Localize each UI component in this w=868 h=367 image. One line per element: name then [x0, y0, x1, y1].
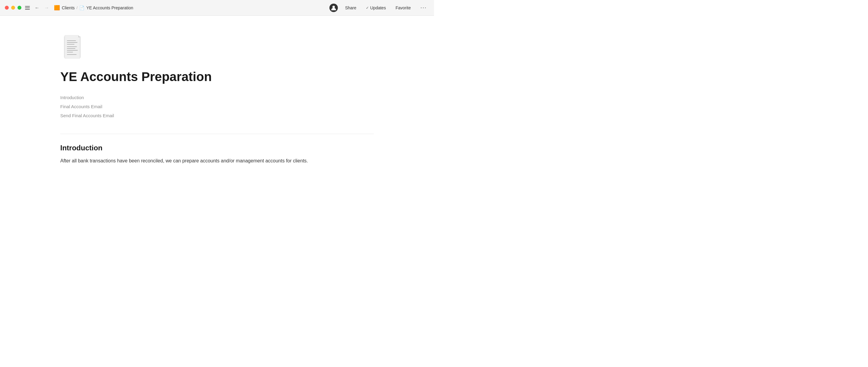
svg-rect-4 — [67, 44, 74, 44]
fullscreen-button[interactable] — [18, 6, 22, 10]
clients-icon: 🟧 — [54, 5, 60, 10]
svg-rect-5 — [67, 47, 77, 47]
breadcrumb-parent-label[interactable]: Clients — [62, 5, 75, 10]
close-button[interactable] — [5, 6, 9, 10]
breadcrumb-current-label: YE Accounts Preparation — [86, 5, 133, 10]
main-content: YE Accounts Preparation Introduction Fin… — [0, 16, 434, 183]
svg-point-0 — [333, 6, 335, 8]
table-of-contents: Introduction Final Accounts Email Send F… — [60, 94, 374, 119]
svg-rect-3 — [67, 42, 78, 43]
svg-rect-6 — [67, 48, 75, 49]
section-introduction-title: Introduction — [60, 144, 374, 152]
share-button[interactable]: Share — [343, 4, 359, 11]
breadcrumb: 🟧 Clients / 📄 YE Accounts Preparation — [54, 5, 133, 10]
svg-rect-8 — [67, 52, 73, 53]
document-page-icon — [60, 34, 84, 61]
breadcrumb-current: 📄 YE Accounts Preparation — [79, 5, 133, 10]
content-divider — [60, 134, 374, 134]
toc-item-introduction[interactable]: Introduction — [60, 94, 374, 101]
toc-item-final-accounts-email[interactable]: Final Accounts Email — [60, 103, 374, 110]
svg-rect-9 — [67, 54, 76, 55]
forward-button[interactable]: → — [43, 4, 50, 11]
check-icon: ✓ — [366, 6, 369, 10]
favorite-label: Favorite — [396, 5, 411, 10]
titlebar-right: Share ✓ Updates Favorite ··· — [330, 0, 429, 16]
svg-rect-2 — [67, 40, 76, 41]
breadcrumb-separator: / — [76, 5, 78, 10]
page-icon — [60, 34, 374, 62]
menu-icon[interactable] — [25, 6, 30, 10]
back-button[interactable]: ← — [33, 4, 41, 11]
share-label: Share — [345, 5, 356, 10]
toc-item-send-final-accounts-email[interactable]: Send Final Accounts Email — [60, 112, 374, 119]
page-title: YE Accounts Preparation — [60, 69, 374, 84]
svg-rect-7 — [67, 50, 78, 51]
nav-buttons: ← → — [33, 4, 50, 11]
more-options-button[interactable]: ··· — [418, 3, 429, 12]
breadcrumb-clients[interactable]: 🟧 Clients — [54, 5, 75, 10]
updates-button[interactable]: ✓ Updates — [364, 4, 388, 11]
updates-label: Updates — [370, 5, 386, 10]
favorite-button[interactable]: Favorite — [393, 4, 413, 11]
minimize-button[interactable] — [11, 6, 15, 10]
more-options-icon: ··· — [421, 4, 427, 11]
section-introduction-body: After all bank transactions have been re… — [60, 157, 374, 165]
document-icon: 📄 — [79, 5, 84, 10]
avatar[interactable] — [330, 4, 338, 12]
titlebar: ← → 🟧 Clients / 📄 YE Accounts Preparatio… — [0, 0, 434, 16]
traffic-lights — [5, 6, 22, 10]
section-introduction: Introduction After all bank transactions… — [60, 144, 374, 165]
